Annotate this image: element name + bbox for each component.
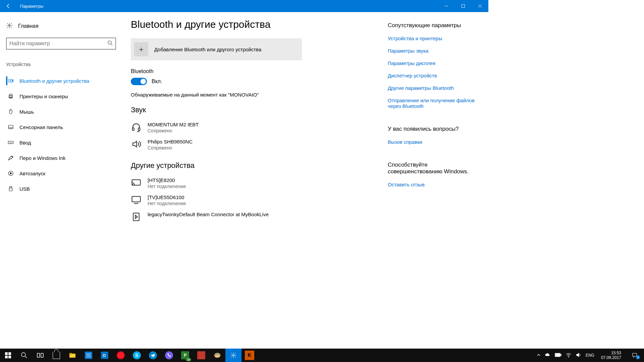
device-status: Сопряжено xyxy=(148,145,193,150)
sidebar-item-label: Принтеры и сканеры xyxy=(19,94,68,99)
sidebar-item-label: USB xyxy=(19,186,30,192)
svg-rect-0 xyxy=(462,5,465,8)
related-link[interactable]: Параметры дисплея xyxy=(388,60,482,66)
related-panel: Сопутствующие параметры Устройства и при… xyxy=(388,12,488,260)
device-name: MOMENTUM M2 IEBT xyxy=(148,122,199,127)
add-device-label: Добавление Bluetooth или другого устройс… xyxy=(154,47,261,52)
autoplay-icon xyxy=(7,170,14,176)
usb-icon xyxy=(7,186,14,192)
headset-icon xyxy=(131,122,142,132)
add-device-button[interactable]: ＋ Добавление Bluetooth или другого устро… xyxy=(131,38,302,60)
help-link[interactable]: Вызов справки xyxy=(388,139,482,145)
mouse-icon xyxy=(7,109,14,115)
bluetooth-icon xyxy=(7,78,14,84)
device-name: legacyTwonkyDefault Beam Connector at My… xyxy=(148,212,269,217)
pen-icon xyxy=(7,155,14,161)
monitor-icon xyxy=(131,194,142,205)
svg-point-2 xyxy=(108,41,111,44)
sidebar-group-label: Устройства xyxy=(6,62,118,67)
related-link[interactable]: Устройства и принтеры xyxy=(388,36,482,41)
svg-rect-17 xyxy=(132,128,134,131)
svg-rect-22 xyxy=(133,213,139,221)
svg-rect-18 xyxy=(138,128,140,131)
sidebar: Главная Устройства Bluetooth и другие ус… xyxy=(0,12,124,260)
plus-icon: ＋ xyxy=(134,42,148,56)
sidebar-item-usb[interactable]: USB xyxy=(0,181,124,196)
home-label: Главная xyxy=(18,23,39,29)
svg-rect-3 xyxy=(8,79,12,82)
keyboard-icon xyxy=(7,139,14,145)
page-title: Bluetooth и другие устройства xyxy=(131,19,378,30)
sidebar-item-label: Bluetooth и другие устройства xyxy=(19,78,89,84)
device-name: Philips SHB9850NC xyxy=(148,139,193,144)
titlebar: Параметры xyxy=(0,0,488,12)
audio-heading: Звук xyxy=(131,106,378,114)
sidebar-item-label: Автозапуск xyxy=(19,171,45,176)
related-link[interactable]: Диспетчер устройств xyxy=(388,73,482,78)
related-link[interactable]: Параметры звука xyxy=(388,48,482,54)
device-name: [HTS]E8200 xyxy=(148,177,186,183)
bluetooth-toggle[interactable] xyxy=(131,78,147,85)
feedback-heading: Способствуйтесовершенствованию Windows. xyxy=(388,162,482,175)
device-name: [TV]UE55D6100 xyxy=(148,194,186,200)
svg-rect-16 xyxy=(9,188,12,191)
bluetooth-heading: Bluetooth xyxy=(131,68,378,74)
minimize-button[interactable] xyxy=(438,0,455,12)
svg-rect-13 xyxy=(8,141,13,144)
device-item[interactable]: legacyTwonkyDefault Beam Connector at My… xyxy=(131,209,302,225)
device-item[interactable]: [HTS]E8200 Нет подключения xyxy=(131,175,302,192)
device-status: Нет подключения xyxy=(148,184,186,189)
device-status: Нет подключения xyxy=(148,201,186,206)
maximize-button[interactable] xyxy=(455,0,472,12)
device-cast-icon xyxy=(131,177,142,188)
sidebar-item-printers[interactable]: Принтеры и сканеры xyxy=(0,88,124,104)
svg-rect-15 xyxy=(10,186,12,188)
device-item[interactable]: Philips SHB9850NC Сопряжено xyxy=(131,136,302,153)
sidebar-item-pen[interactable]: Перо и Windows Ink xyxy=(0,150,124,166)
discoverable-text: Обнаруживаемые на данный момент как "MON… xyxy=(131,92,378,98)
media-server-icon xyxy=(131,212,142,222)
window-title: Параметры xyxy=(17,4,43,9)
sidebar-item-label: Мышь xyxy=(19,109,34,115)
device-item[interactable]: [TV]UE55D6100 Нет подключения xyxy=(131,192,302,209)
sidebar-item-autoplay[interactable]: Автозапуск xyxy=(0,166,124,181)
home-link[interactable]: Главная xyxy=(6,22,118,30)
gear-icon xyxy=(6,22,13,30)
svg-rect-19 xyxy=(132,180,141,185)
help-heading: У вас появились вопросы? xyxy=(388,126,482,132)
main-content: Bluetooth и другие устройства ＋ Добавлен… xyxy=(124,12,388,260)
device-status: Сопряжено xyxy=(148,128,199,133)
feedback-link[interactable]: Оставить отзыв xyxy=(388,182,482,187)
back-button[interactable] xyxy=(0,0,17,12)
bluetooth-toggle-label: Вкл. xyxy=(152,78,162,84)
printer-icon xyxy=(7,93,14,99)
sidebar-item-label: Сенсорная панель xyxy=(19,124,63,130)
svg-rect-20 xyxy=(132,196,141,202)
sidebar-item-mouse[interactable]: Мышь xyxy=(0,104,124,119)
speaker-icon xyxy=(131,139,142,149)
sidebar-item-bluetooth[interactable]: Bluetooth и другие устройства xyxy=(0,73,124,88)
sidebar-item-typing[interactable]: Ввод xyxy=(0,135,124,150)
search-input[interactable] xyxy=(9,41,107,47)
sidebar-item-label: Ввод xyxy=(19,140,31,145)
sidebar-item-touchpad[interactable]: Сенсорная панель xyxy=(0,119,124,135)
device-item[interactable]: MOMENTUM M2 IEBT Сопряжено xyxy=(131,119,302,136)
other-devices-heading: Другие устройства xyxy=(131,161,378,170)
related-link[interactable]: Другие параметры Bluetooth xyxy=(388,85,482,91)
related-link[interactable]: Отправление или получение файлов через B… xyxy=(388,98,482,109)
close-button[interactable] xyxy=(472,0,488,12)
svg-point-1 xyxy=(9,25,10,26)
svg-rect-6 xyxy=(9,94,12,96)
search-input-wrapper[interactable] xyxy=(6,38,116,50)
related-heading: Сопутствующие параметры xyxy=(388,22,482,29)
svg-rect-4 xyxy=(12,80,13,82)
sidebar-item-label: Перо и Windows Ink xyxy=(19,155,66,161)
touchpad-icon xyxy=(7,124,14,130)
search-icon xyxy=(107,40,113,47)
